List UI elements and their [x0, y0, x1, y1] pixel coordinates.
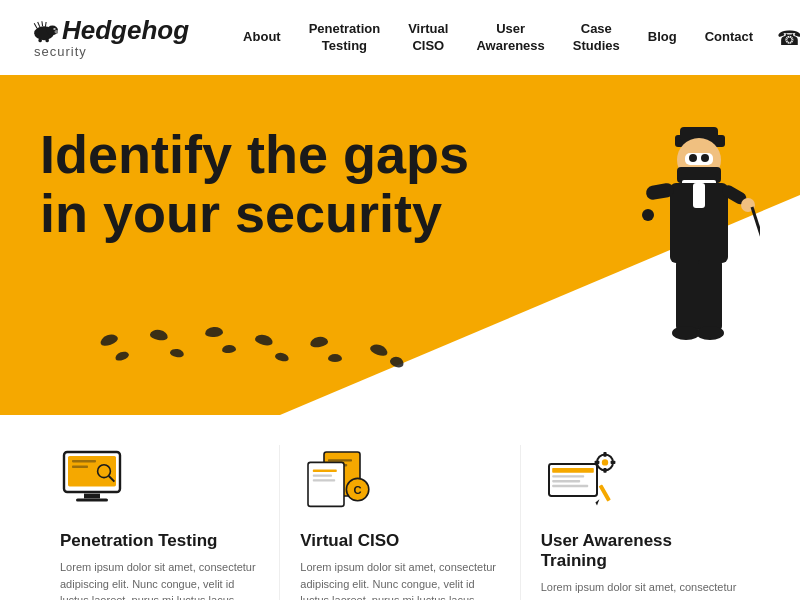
svg-point-4	[54, 28, 55, 29]
hero-title-line2: in your security	[40, 183, 442, 243]
user-awareness-icon	[541, 445, 621, 515]
svg-rect-34	[72, 460, 96, 462]
svg-rect-43	[313, 474, 332, 476]
svg-text:C: C	[354, 484, 362, 496]
svg-point-26	[672, 326, 700, 340]
svg-rect-55	[603, 468, 606, 473]
svg-rect-24	[676, 260, 700, 330]
hero-title-line1: Identify the gaps	[40, 124, 469, 184]
nav-contact[interactable]: Contact	[691, 21, 767, 54]
virtual-ciso-icon: C	[300, 445, 380, 515]
svg-line-6	[38, 22, 40, 27]
svg-rect-58	[598, 484, 610, 501]
logo-security: security	[34, 44, 87, 59]
service-penetration-testing-desc: Lorem ipsum dolor sit amet, consectetur …	[60, 559, 259, 600]
nav-about[interactable]: About	[229, 21, 295, 54]
svg-rect-9	[38, 39, 42, 43]
hero-text: Identify the gaps in your security	[40, 125, 469, 244]
service-user-awareness-title: User Awareness Training	[541, 531, 740, 571]
svg-rect-49	[552, 475, 584, 477]
nav-case-studies[interactable]: CaseStudies	[559, 13, 634, 63]
svg-rect-35	[72, 466, 88, 468]
svg-line-5	[34, 23, 37, 28]
svg-point-17	[701, 154, 709, 162]
service-user-awareness-desc: Lorem ipsum dolor sit amet, consectetur …	[541, 579, 740, 600]
phone-icon[interactable]: ☎	[777, 26, 800, 50]
service-virtual-ciso-title: Virtual CISO	[300, 531, 499, 551]
navbar: Hedgehog security About PenetrationTesti…	[0, 0, 800, 75]
service-penetration-testing: Penetration Testing Lorem ipsum dolor si…	[40, 445, 280, 600]
services-section: Penetration Testing Lorem ipsum dolor si…	[0, 415, 800, 600]
svg-rect-39	[328, 459, 352, 461]
svg-rect-54	[603, 452, 606, 457]
svg-rect-10	[45, 39, 49, 43]
burglar-figure	[630, 125, 760, 415]
svg-point-53	[601, 459, 607, 465]
svg-rect-51	[552, 485, 588, 487]
logo-brand: Hedgehog	[62, 17, 189, 43]
svg-line-23	[752, 207, 760, 325]
service-user-awareness: User Awareness Training Lorem ipsum dolo…	[521, 445, 760, 600]
svg-rect-33	[76, 498, 108, 501]
nav-penetration-testing[interactable]: PenetrationTesting	[295, 13, 395, 63]
nav-blog[interactable]: Blog	[634, 21, 691, 54]
svg-rect-50	[552, 480, 580, 482]
svg-rect-25	[698, 260, 722, 330]
svg-marker-59	[595, 499, 599, 505]
svg-rect-44	[313, 479, 335, 481]
svg-line-7	[42, 21, 43, 26]
svg-rect-29	[693, 183, 705, 208]
hero-section: Identify the gaps in your security	[0, 75, 800, 415]
svg-rect-42	[313, 470, 337, 472]
svg-point-16	[689, 154, 697, 162]
svg-point-28	[642, 209, 654, 221]
logo[interactable]: Hedgehog security	[30, 16, 189, 59]
hero-title: Identify the gaps in your security	[40, 125, 469, 244]
nav-user-awareness[interactable]: UserAwareness	[462, 13, 558, 63]
service-virtual-ciso: C Virtual CISO Lorem ipsum dolor sit ame…	[280, 445, 520, 600]
svg-rect-48	[552, 468, 594, 473]
nav-links: About PenetrationTesting VirtualCISO Use…	[229, 13, 767, 63]
service-penetration-testing-title: Penetration Testing	[60, 531, 259, 551]
nav-virtual-ciso[interactable]: VirtualCISO	[394, 13, 462, 63]
svg-rect-32	[84, 494, 100, 499]
penetration-testing-icon	[60, 445, 140, 515]
svg-line-8	[45, 22, 46, 27]
service-virtual-ciso-desc: Lorem ipsum dolor sit amet, consectetur …	[300, 559, 499, 600]
svg-rect-41	[308, 462, 344, 506]
svg-rect-57	[610, 461, 615, 464]
hedgehog-icon	[30, 16, 58, 44]
svg-point-27	[696, 326, 724, 340]
svg-rect-56	[594, 461, 599, 464]
